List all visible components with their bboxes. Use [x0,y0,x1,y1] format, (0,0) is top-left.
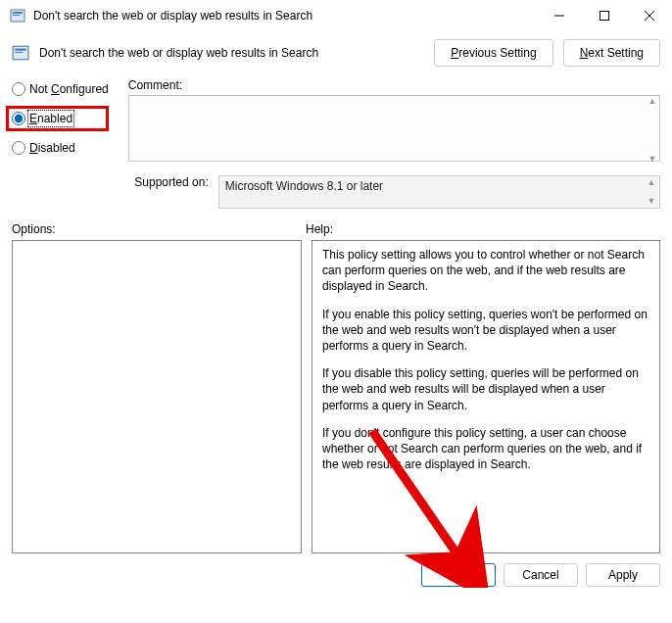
next-setting-button[interactable]: Next Setting [563,39,660,67]
options-label: Options: [12,222,306,236]
comment-label: Comment: [128,78,660,92]
radio-enabled[interactable]: Enabled [12,112,80,125]
comment-input[interactable] [128,95,660,162]
previous-setting-button[interactable]: Previous Setting [434,39,552,67]
options-pane [12,240,302,553]
page-title: Don't search the web or display web resu… [39,46,424,60]
help-label: Help: [306,222,333,236]
close-button[interactable] [627,1,672,30]
svg-rect-9 [15,52,23,53]
policy-icon [12,44,29,62]
help-paragraph: This policy setting allows you to contro… [322,247,649,295]
help-paragraph: If you enable this policy setting, queri… [322,307,649,355]
radio-not-configured-input[interactable] [12,82,25,96]
svg-rect-4 [600,12,609,21]
radio-not-configured[interactable]: Not Configured [12,82,109,96]
help-pane: This policy setting allows you to contro… [312,240,660,553]
highlight-box: Enabled [6,106,109,131]
radio-disabled[interactable]: Disabled [12,141,109,155]
cancel-button[interactable]: Cancel [504,563,578,587]
header: Don't search the web or display web resu… [0,31,672,74]
policy-icon [10,8,25,24]
dialog-footer: OK Cancel Apply [0,553,672,597]
ok-button[interactable]: OK [421,563,496,587]
help-paragraph: If you don't configure this policy setti… [322,425,649,473]
window-title: Don't search the web or display web resu… [33,9,537,23]
supported-on-value: Microsoft Windows 8.1 or later ▲▼ [218,175,660,209]
maximize-button[interactable] [582,1,627,30]
titlebar: Don't search the web or display web resu… [0,0,672,31]
minimize-button[interactable] [537,1,582,30]
state-radio-group: Not Configured Enabled Disabled [12,78,109,209]
svg-rect-1 [13,12,23,14]
svg-rect-8 [15,49,25,51]
scrollbar[interactable]: ▲▼ [646,178,657,206]
apply-button[interactable]: Apply [586,563,660,587]
help-paragraph: If you disable this policy setting, quer… [322,365,649,413]
radio-enabled-input[interactable] [12,112,25,125]
supported-on-label: Supported on: [128,175,209,189]
scrollbar[interactable]: ▲▼ [647,97,658,164]
radio-disabled-input[interactable] [12,141,25,155]
svg-rect-2 [13,15,20,16]
